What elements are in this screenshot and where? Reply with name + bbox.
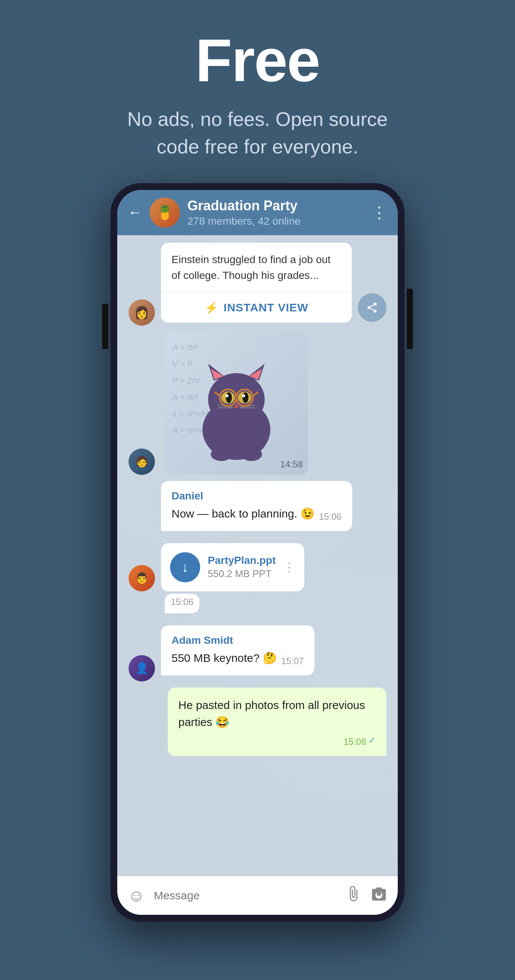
adam-msg-time: 15:07	[281, 656, 304, 667]
sent-message-row: He pasted in photos from all previous pa…	[129, 687, 386, 762]
article-card-wrapper: Einstein struggled to find a job out of …	[161, 243, 352, 326]
emoji-button[interactable]: ☺	[128, 886, 145, 905]
file-time-row: 15:06	[165, 593, 386, 619]
group-name: Graduation Party	[187, 198, 364, 214]
group-avatar: 🍍	[150, 197, 180, 228]
chat-body: 👩 Einstein struggled to find a job out o…	[117, 235, 398, 876]
back-button[interactable]: ←	[128, 204, 142, 221]
file-menu-button[interactable]: ⋮	[283, 560, 295, 574]
svg-point-11	[242, 394, 245, 397]
sent-msg-text: He pasted in photos from all previous pa…	[178, 697, 376, 730]
hero-section: Free No ads, no fees. Open source code f…	[0, 0, 515, 183]
sticker-container: A = πr² V = l³ P = 2πr A = πr² s = √r²+h…	[165, 332, 308, 475]
sticker-sender-avatar: 🧑	[129, 449, 155, 475]
article-message-row: 👩 Einstein struggled to find a job out o…	[129, 243, 386, 326]
lightning-icon: ⚡	[204, 301, 218, 314]
daniel-message: Daniel Now — back to planning. 😉 15:06	[161, 481, 352, 531]
chat-input-bar: ☺	[117, 876, 398, 915]
sent-msg-time: 15:08	[343, 737, 366, 747]
camera-button[interactable]	[371, 885, 387, 906]
sender-avatar-1: 👩	[129, 299, 155, 326]
adam-message: Adam Smidt 550 MB keynote? 🤔 15:07	[161, 625, 314, 675]
instant-view-label: INSTANT VIEW	[223, 301, 308, 314]
cat-sticker-svg	[187, 343, 285, 464]
file-sender-avatar: 👨	[129, 565, 155, 592]
file-name: PartyPlan.ppt	[208, 554, 276, 566]
file-msg-time: 15:06	[171, 597, 193, 607]
daniel-msg-text: Now — back to planning. 😉	[172, 505, 314, 522]
adam-sender-name: Adam Smidt	[172, 634, 304, 646]
group-info: Graduation Party 278 members, 42 online	[187, 198, 364, 227]
adam-text-row: 550 MB keynote? 🤔 15:07	[172, 649, 304, 667]
sent-message: He pasted in photos from all previous pa…	[168, 687, 386, 756]
file-time-bubble: 15:06	[165, 593, 199, 613]
phone-device: ← 🍍 Graduation Party 278 members, 42 onl…	[110, 183, 405, 921]
sent-time-row: 15:08 ✓	[178, 733, 376, 747]
daniel-message-row: Daniel Now — back to planning. 😉 15:06	[129, 481, 386, 537]
sent-check-icon: ✓	[368, 735, 376, 746]
daniel-sender-name: Daniel	[172, 490, 341, 502]
file-size: 550.2 MB PPT	[208, 568, 276, 580]
svg-point-10	[225, 394, 228, 397]
svg-point-22	[211, 447, 232, 461]
phone-screen: ← 🍍 Graduation Party 278 members, 42 onl…	[117, 190, 398, 915]
file-info: PartyPlan.ppt 550.2 MB PPT	[208, 554, 276, 580]
file-message-row: 👨 ↓ PartyPlan.ppt 550.2 MB PPT ⋮	[129, 543, 386, 592]
file-download-button[interactable]: ↓	[170, 552, 200, 582]
svg-point-9	[242, 392, 249, 403]
share-button[interactable]	[358, 293, 386, 322]
hero-subtitle: No ads, no fees. Open source code free f…	[114, 105, 401, 161]
message-input[interactable]	[154, 889, 336, 902]
group-members: 278 members, 42 online	[187, 215, 364, 227]
sticker-message-row: 🧑 A = πr² V = l³ P = 2πr A = πr² s = √r²…	[129, 332, 386, 475]
adam-sender-avatar: 👤	[129, 655, 155, 681]
sent-text-row: He pasted in photos from all previous pa…	[178, 697, 376, 730]
instant-view-button[interactable]: ⚡ INSTANT VIEW	[161, 293, 352, 323]
daniel-text-row: Now — back to planning. 😉 15:06	[172, 505, 341, 522]
article-card: Einstein struggled to find a job out of …	[161, 243, 352, 323]
file-card: ↓ PartyPlan.ppt 550.2 MB PPT ⋮	[161, 543, 304, 592]
svg-point-8	[226, 392, 232, 403]
chat-header: ← 🍍 Graduation Party 278 members, 42 onl…	[117, 190, 398, 235]
svg-point-12	[234, 404, 239, 408]
svg-point-23	[241, 447, 262, 461]
header-menu-button[interactable]: ⋮	[372, 203, 387, 222]
hero-title: Free	[195, 30, 320, 91]
article-text: Einstein struggled to find a job out of …	[161, 243, 352, 293]
adam-msg-text: 550 MB keynote? 🤔	[172, 649, 277, 667]
adam-message-row: 👤 Adam Smidt 550 MB keynote? 🤔 15:07	[129, 625, 386, 681]
attach-button[interactable]	[345, 885, 362, 906]
daniel-msg-time: 15:06	[319, 511, 341, 522]
